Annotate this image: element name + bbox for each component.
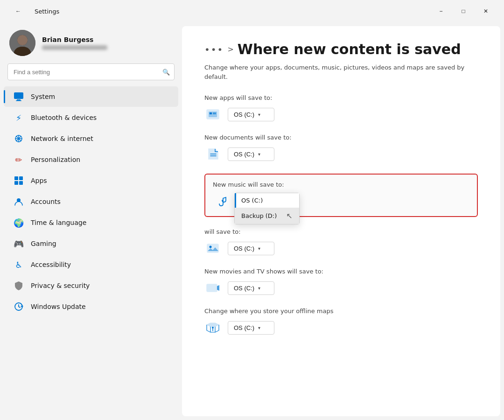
sidebar-label-time: Time & language [31,219,86,226]
apps-drive-dropdown[interactable]: OS (C:) ▾ [228,108,274,121]
system-icon [13,91,24,102]
sidebar-item-accounts[interactable]: Accounts [4,191,178,212]
setting-control-documents: OS (C:) ▾ [204,146,478,162]
setting-label-pictures: will save to: [204,228,478,235]
setting-control-pictures: OS (C:) ▾ [204,240,478,257]
sidebar-label-accounts: Accounts [31,198,61,205]
pictures-drive-dropdown[interactable]: OS (C:) ▾ [228,242,274,255]
documents-drive-icon [204,146,221,162]
movies-dropdown-chevron: ▾ [258,286,260,291]
svg-rect-23 [207,284,217,292]
search-box: 🔍 [7,63,175,80]
breadcrumb-dots: ••• [204,44,224,55]
svg-rect-9 [14,176,18,180]
setting-label-apps: New apps will save to: [204,94,478,101]
sidebar-item-system[interactable]: System [4,86,178,107]
avatar[interactable] [9,30,35,56]
title-bar-left: ← Settings [7,4,59,19]
sidebar-item-bluetooth[interactable]: ⚡ Bluetooth & devices [4,107,178,128]
maximize-button[interactable]: □ [453,4,474,19]
nav-menu: System ⚡ Bluetooth & devices Network & i… [0,86,182,317]
maps-drive-value: OS (C:) [234,324,254,331]
setting-row-maps: Change where you store your offline maps… [204,308,478,336]
setting-row-movies: New movies and TV shows will save to: OS… [204,268,478,296]
svg-rect-21 [207,244,218,252]
pictures-drive-icon [204,240,221,257]
pictures-drive-value: OS (C:) [234,245,254,252]
setting-label-documents: New documents will save to: [204,134,478,141]
back-button[interactable]: ← [7,4,29,19]
music-option-os-c[interactable]: OS (C:) [235,193,299,208]
svg-rect-10 [19,176,23,180]
maps-dropdown-chevron: ▾ [258,325,260,330]
page-description: Change where your apps, documents, music… [204,63,466,81]
windows-update-icon [13,301,24,312]
sidebar-item-privacy[interactable]: Privacy & security [4,275,178,296]
back-arrow-icon: ← [15,8,21,14]
setting-row-music: New music will save to: OS (C:) Backup (… [204,174,478,217]
music-option-backup-d[interactable]: Backup (D:) ↖ [235,208,299,224]
sidebar-label-network: Network & internet [31,135,93,142]
sidebar-label-privacy: Privacy & security [31,282,90,289]
setting-row-pictures: will save to: OS (C:) ▾ [204,228,478,257]
sidebar: Brian Burgess 🔍 System [0,22,182,420]
page-title: Where new content is saved [238,41,461,57]
sidebar-item-apps[interactable]: Apps [4,170,178,191]
gaming-icon: 🎮 [13,238,24,249]
setting-control-maps: OS (C:) ▾ [204,319,478,336]
music-option-os-c-label: OS (C:) [241,197,263,204]
music-dropdown-list: OS (C:) Backup (D:) ↖ [234,193,300,224]
apps-drive-icon [204,106,221,123]
documents-drive-dropdown[interactable]: OS (C:) ▾ [228,147,274,161]
search-input[interactable] [7,63,175,80]
cursor-icon: ↖ [287,211,293,220]
sidebar-label-apps: Apps [31,177,47,184]
pictures-dropdown-chevron: ▾ [258,246,260,251]
setting-control-music: OS (C:) Backup (D:) ↖ [213,193,469,210]
movies-drive-dropdown[interactable]: OS (C:) ▾ [228,281,274,295]
svg-rect-5 [14,92,23,99]
sidebar-label-personalization: Personalization [31,156,80,163]
breadcrumb-arrow: > [227,45,233,54]
apps-dropdown-chevron: ▾ [258,112,260,117]
setting-row-apps: New apps will save to: OS (C:) ▾ [204,94,478,123]
accessibility-icon: ♿ [13,259,24,270]
main-content: ••• > Where new content is saved Change … [182,26,500,416]
sidebar-item-personalization[interactable]: ✏️ Personalization [4,149,178,170]
movies-drive-icon [204,280,221,296]
svg-rect-11 [14,181,18,185]
close-button[interactable]: ✕ [475,4,497,19]
documents-drive-value: OS (C:) [234,151,254,158]
sidebar-item-network[interactable]: Network & internet [4,128,178,149]
svg-rect-7 [16,100,21,101]
svg-rect-12 [19,181,23,185]
sidebar-label-accessibility: Accessibility [31,261,71,268]
title-bar: ← Settings − □ ✕ [0,0,504,22]
personalization-icon: ✏️ [13,154,24,165]
user-email-blurred [42,45,107,50]
search-icon: 🔍 [162,69,170,76]
svg-point-22 [210,246,212,248]
sidebar-label-windows-update: Windows Update [31,303,86,310]
time-icon: 🌍 [13,217,24,228]
sidebar-item-accessibility[interactable]: ♿ Accessibility [4,254,178,275]
setting-row-documents: New documents will save to: OS (C:) ▾ [204,134,478,162]
app-title: Settings [35,8,59,15]
svg-point-3 [17,35,28,45]
svg-rect-18 [213,112,216,114]
maps-drive-icon [204,319,221,336]
music-option-backup-d-label: Backup (D:) [241,212,277,219]
bluetooth-icon: ⚡ [13,112,24,123]
app-body: Brian Burgess 🔍 System [0,22,504,420]
apps-drive-value: OS (C:) [234,111,254,118]
breadcrumb: ••• > Where new content is saved [204,41,478,57]
sidebar-label-system: System [31,93,55,100]
sidebar-item-time[interactable]: 🌍 Time & language [4,212,178,233]
sidebar-item-gaming[interactable]: 🎮 Gaming [4,233,178,254]
maps-drive-dropdown[interactable]: OS (C:) ▾ [228,321,274,335]
sidebar-item-windows-update[interactable]: Windows Update [4,296,178,317]
minimize-button[interactable]: − [430,4,452,19]
privacy-icon [13,280,24,291]
user-name: Brian Burgess [42,36,107,43]
svg-rect-6 [17,99,21,100]
